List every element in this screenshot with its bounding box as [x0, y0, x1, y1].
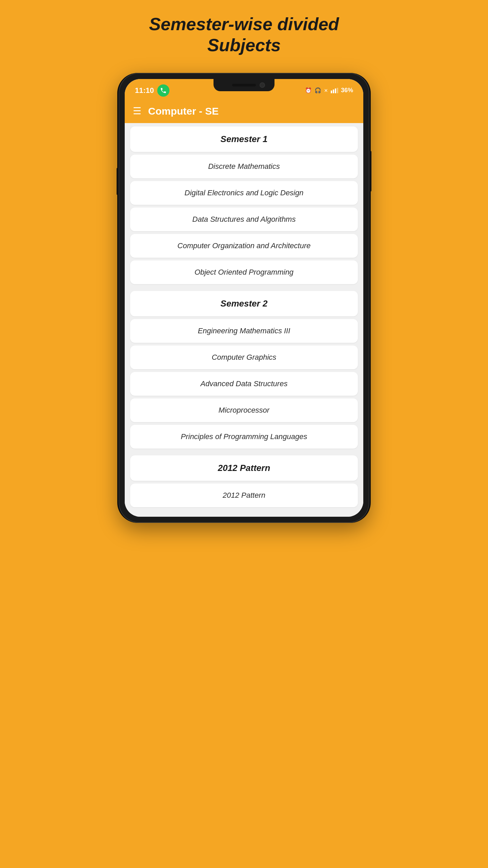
semester-label: Semester 1	[221, 134, 268, 144]
status-time: 11:10	[135, 86, 154, 95]
subject-name: Object Oriented Programming	[195, 268, 293, 276]
subject-item[interactable]: 2012 Pattern	[130, 484, 358, 507]
status-bar-left: 11:10	[135, 84, 169, 97]
semester-label: 2012 Pattern	[218, 463, 270, 473]
svg-rect-1	[333, 90, 334, 93]
semester-header-2: Semester 2	[130, 291, 358, 316]
subject-item[interactable]: Microprocessor	[130, 398, 358, 422]
subject-name: Computer Graphics	[212, 353, 277, 361]
app-bar: ☰ Computer - SE	[125, 99, 363, 123]
status-bar: 11:10 ⏰ 🎧 ✕	[125, 79, 363, 99]
subject-name: Discrete Mathematics	[208, 162, 280, 171]
call-icon	[157, 84, 169, 97]
subject-name: Data Structures and Algorithms	[192, 215, 296, 223]
subject-name: Digital Electronics and Logic Design	[185, 189, 304, 197]
hamburger-menu-icon[interactable]: ☰	[133, 105, 141, 117]
notch-camera	[260, 82, 265, 88]
phone-inner: 11:10 ⏰ 🎧 ✕	[125, 79, 363, 517]
subject-item[interactable]: Computer Graphics	[130, 346, 358, 369]
svg-rect-2	[335, 88, 336, 93]
subject-item[interactable]: Digital Electronics and Logic Design	[130, 181, 358, 205]
signal-x-icon: ✕	[324, 88, 328, 93]
semester-header-1: Semester 1	[130, 126, 358, 152]
semester-label: Semester 2	[221, 298, 268, 309]
svg-rect-0	[331, 91, 332, 93]
battery-percentage: 36%	[341, 87, 353, 94]
notch	[214, 79, 274, 91]
subject-name: 2012 Pattern	[223, 491, 265, 499]
subject-name: Microprocessor	[219, 406, 269, 414]
subject-item[interactable]: Discrete Mathematics	[130, 155, 358, 178]
signal-bars-icon	[331, 88, 338, 93]
headphone-icon: 🎧	[314, 87, 321, 94]
subject-name: Advanced Data Structures	[201, 379, 288, 388]
svg-rect-3	[337, 88, 338, 93]
semester-header-3: 2012 Pattern	[130, 455, 358, 481]
alarm-icon: ⏰	[305, 87, 312, 94]
subject-name: Computer Organization and Architecture	[178, 241, 311, 250]
notch-speaker	[232, 84, 256, 86]
content-area: Semester 1Discrete MathematicsDigital El…	[125, 123, 363, 517]
subject-name: Principles of Programming Languages	[181, 432, 307, 441]
phone-frame: 11:10 ⏰ 🎧 ✕	[119, 73, 369, 523]
subject-item[interactable]: Object Oriented Programming	[130, 260, 358, 284]
subject-item[interactable]: Principles of Programming Languages	[130, 425, 358, 449]
app-bar-title: Computer - SE	[148, 105, 219, 117]
status-bar-right: ⏰ 🎧 ✕ 36%	[305, 87, 353, 94]
subject-item[interactable]: Advanced Data Structures	[130, 372, 358, 396]
phone-icon	[160, 87, 167, 94]
page-title: Semester-wise divided Subjects	[142, 14, 346, 56]
subject-item[interactable]: Computer Organization and Architecture	[130, 234, 358, 258]
subject-item[interactable]: Engineering Mathematics III	[130, 319, 358, 343]
subject-item[interactable]: Data Structures and Algorithms	[130, 208, 358, 231]
page-wrapper: Semester-wise divided Subjects 11:10	[105, 14, 383, 523]
subject-name: Engineering Mathematics III	[198, 327, 290, 335]
